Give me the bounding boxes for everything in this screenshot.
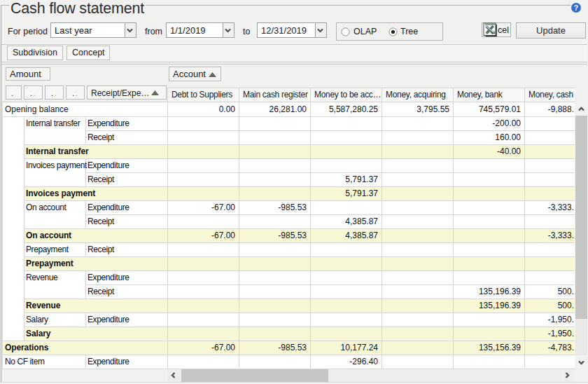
svg-text:?: ?: [574, 4, 578, 12]
